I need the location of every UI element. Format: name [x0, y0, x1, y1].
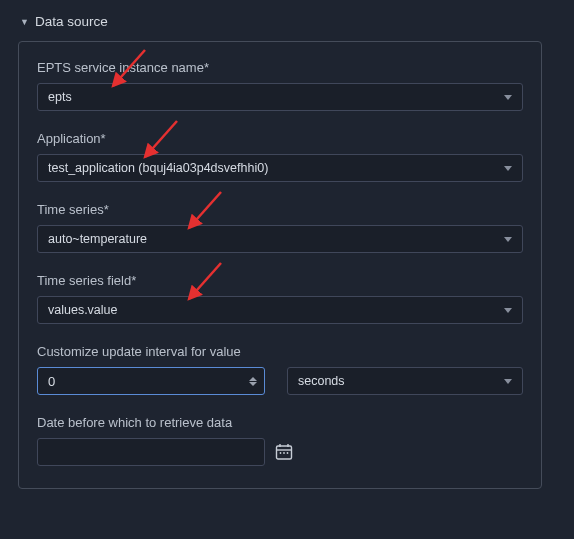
collapse-icon: ▼ — [20, 17, 29, 27]
select-value: test_application (bquj4ia03p4dsvefhhi0) — [48, 161, 268, 175]
calendar-icon[interactable] — [275, 443, 293, 461]
select-application[interactable]: test_application (bquj4ia03p4dsvefhhi0) — [37, 154, 523, 182]
label-retrieve-date: Date before which to retrieve data — [37, 415, 523, 430]
svg-point-10 — [287, 452, 289, 454]
number-stepper[interactable] — [246, 377, 260, 386]
data-source-panel: EPTS service instance name* epts Applica… — [18, 41, 542, 489]
chevron-down-icon — [504, 308, 512, 313]
label-application: Application* — [37, 131, 523, 146]
select-value: seconds — [298, 374, 345, 388]
svg-point-8 — [280, 452, 282, 454]
label-time-series: Time series* — [37, 202, 523, 217]
stepper-up-icon — [249, 377, 257, 381]
select-time-series[interactable]: auto~temperature — [37, 225, 523, 253]
chevron-down-icon — [504, 95, 512, 100]
select-value: values.value — [48, 303, 118, 317]
chevron-down-icon — [504, 237, 512, 242]
svg-point-9 — [283, 452, 285, 454]
select-time-series-field[interactable]: values.value — [37, 296, 523, 324]
field-time-series-field: Time series field* values.value — [37, 273, 523, 324]
input-update-interval[interactable]: 0 — [37, 367, 265, 395]
chevron-down-icon — [504, 166, 512, 171]
label-time-series-field: Time series field* — [37, 273, 523, 288]
field-service-instance: EPTS service instance name* epts — [37, 60, 523, 111]
field-time-series: Time series* auto~temperature — [37, 202, 523, 253]
label-service-instance: EPTS service instance name* — [37, 60, 523, 75]
select-value: epts — [48, 90, 72, 104]
select-interval-unit[interactable]: seconds — [287, 367, 523, 395]
stepper-down-icon — [249, 382, 257, 386]
field-retrieve-date: Date before which to retrieve data — [37, 415, 523, 466]
section-title: Data source — [35, 14, 108, 29]
field-application: Application* test_application (bquj4ia03… — [37, 131, 523, 182]
input-retrieve-date[interactable] — [37, 438, 265, 466]
section-header[interactable]: ▼ Data source — [18, 10, 556, 41]
select-service-instance[interactable]: epts — [37, 83, 523, 111]
chevron-down-icon — [504, 379, 512, 384]
label-update-interval: Customize update interval for value — [37, 344, 523, 359]
select-value: auto~temperature — [48, 232, 147, 246]
input-value: 0 — [48, 374, 55, 389]
field-update-interval: Customize update interval for value 0 se… — [37, 344, 523, 395]
